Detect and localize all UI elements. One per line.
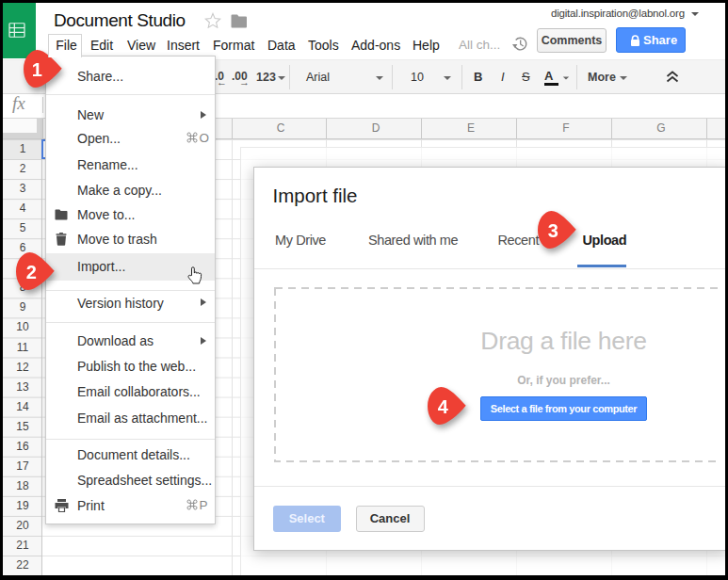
svg-text:1: 1 — [32, 58, 42, 79]
svg-text:4: 4 — [438, 396, 449, 417]
svg-text:2: 2 — [26, 262, 37, 282]
svg-text:3: 3 — [547, 219, 558, 240]
